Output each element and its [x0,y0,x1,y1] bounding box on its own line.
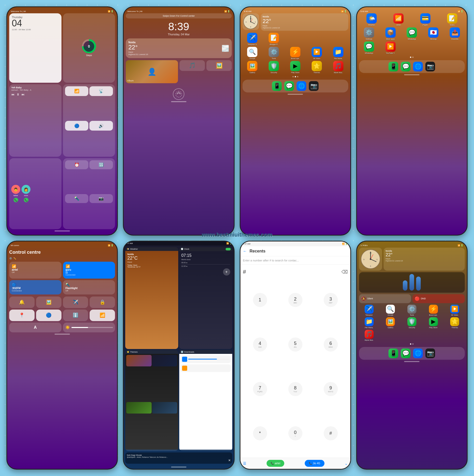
p1-flashlight-btn[interactable]: 🔦 [65,194,89,203]
p1-contact-father-avatar[interactable]: 👨 [11,185,20,194]
p3-app-blogger[interactable]: 📝 Blogger P. [264,33,284,45]
next-icon[interactable]: ⏭ [22,93,25,96]
p6-downloads-card[interactable]: ⬇️ Downloads [179,350,232,451]
p7-key-2[interactable]: 2 ABC [288,293,302,307]
p1-wifi-toggle[interactable]: 📶 [65,86,89,96]
p8-app-telegram[interactable]: ✈️ Telegram [359,305,379,316]
p8-app-playstore[interactable]: ▶ Play Store [423,317,444,329]
p6-close-icon[interactable]: ✕ [228,459,231,462]
p7-key-9[interactable]: 9 WXYZ [324,382,338,396]
p5-info-btn[interactable]: ℹ️ [63,310,88,321]
p3-app-gallery[interactable]: 🖼️ Gallery [243,61,262,73]
p1-volume-toggle[interactable]: 🔊 [89,121,113,131]
p3-app-mivideo[interactable]: ▶️ Mi Video [307,47,327,59]
pause-icon[interactable]: ⏸ [16,93,19,96]
p5-settings-icon[interactable]: ⚙️ [9,257,12,260]
p5-brightness-slider[interactable]: ☀️ [63,323,115,332]
p7-key-star[interactable]: * [253,426,267,440]
p8-app-filemanager[interactable]: 📁 File Mana. [359,317,379,329]
p1-calculator-btn[interactable]: 🔢 [89,160,113,169]
p4-app-whatsapp[interactable]: 💬 WhatsApp [402,27,422,40]
p1-music-controls[interactable]: ⏮ ⏸ ⏭ [11,93,59,96]
p3-dock-messages[interactable]: 💬 [284,81,294,91]
p2-album-card[interactable]: 👤 Album [126,60,178,83]
p3-app-wynk[interactable]: 🎵 Wynk Mus. [328,61,348,73]
p1-contact-mom-avatar[interactable]: 👩 [22,185,30,194]
p6-clock-card[interactable]: 🕐 Clock 07:15 World clock 09:00 ● 11:00 … [179,247,232,349]
p8-app-tools[interactable]: ⚙️ Tools [402,305,422,316]
p2-swipe-banner[interactable]: Swipe Down For Control center [126,13,231,18]
p2-fingerprint-icon[interactable] [173,88,184,100]
p8-silent-btn[interactable]: 🔕 Silent [359,294,411,303]
p3-app-filemanager[interactable]: 📁 File Mana. [328,47,348,59]
p8-dock-phone[interactable]: 📱 [388,348,398,358]
p5-hotspot-btn[interactable]: 📶 [90,310,115,321]
p7-key-5[interactable]: 5 JKL [288,337,302,352]
p6-themes-card[interactable]: ⭐ Themes [125,350,178,451]
p3-dock-phone[interactable]: 📱 [272,81,282,91]
p1-alarm-btn[interactable]: ⏰ [65,160,89,169]
p4-dock-messages[interactable]: 💬 [401,62,410,71]
p6-clock-toggle[interactable] [226,248,231,250]
p5-airtel-btn[interactable]: 📶 airtel Off [9,262,61,279]
p3-app-boost[interactable]: ⚡ Boost spe. [285,47,305,59]
p5-wifi-btn[interactable]: 📶 guru |||| Connected [63,262,115,279]
p5-edit-icon[interactable]: ✏️ [13,257,16,260]
p7-menu-btn[interactable]: ☰ [243,461,246,466]
p3-app-tools[interactable]: ⚙️ Tools [264,47,284,59]
p1-call-father-btn[interactable]: 📞 [14,198,18,202]
p4-app-airtel[interactable]: 📶 Airtel [386,13,411,26]
p8-app-themes[interactable]: ⭐ Themes [445,317,465,329]
p5-location-btn[interactable]: 📍 [9,310,35,321]
p5-flashlight-btn[interactable]: 🔦 Flashlight Off [63,280,115,294]
p1-bluetooth-toggle[interactable]: 🔵 [65,121,89,131]
p8-dnd-btn[interactable]: 🔴 DND [413,294,465,303]
p8-dock-chrome[interactable]: 🌐 [413,348,423,358]
p4-app-notes[interactable]: 📝 Notes [439,13,465,26]
p4-app-whatsapp2[interactable]: 💬 WhatsApp [359,41,379,54]
p4-app-settings[interactable]: ⚙️ Settings [359,27,379,40]
p2-fingerprint-area[interactable] [126,88,231,100]
p7-key-3[interactable]: 3 DEF [324,293,338,307]
p3-app-google[interactable]: 🔍 Google [243,47,262,59]
p8-dock-camera[interactable]: 📷 [425,348,435,358]
p2-music-app[interactable]: 🎵 [180,60,205,71]
prev-icon[interactable]: ⏮ [11,93,14,96]
p3-app-telegram[interactable]: ✈️ Telegram S. [243,33,262,45]
p7-key-7[interactable]: 7 PQRS [253,382,267,396]
p1-call-mom-btn[interactable]: 📞 [24,198,28,202]
p3-dock-camera[interactable]: 📷 [309,81,319,91]
p5-data-btn[interactable]: 🔵 [36,310,61,321]
p7-call-airtel-btn[interactable]: 📞 airtel [267,460,285,467]
p7-back-btn[interactable]: ← [243,249,247,253]
p7-key-6[interactable]: 6 MNO [324,337,338,352]
p7-key-1[interactable]: 1 [253,293,267,307]
p5-airplane-btn[interactable]: ✈️ [63,297,88,308]
p4-app-moreapps[interactable]: 📦 More apps [381,27,401,40]
p2-photos-app[interactable]: 🖼️ [206,60,232,71]
p8-app-wynk[interactable]: 🎵 Wynk Mus. [359,330,379,341]
p5-bluetooth-btn[interactable]: 🔵 :932FM Connected [9,280,61,294]
p1-data-toggle[interactable]: 📡 [89,86,113,96]
p5-bell-btn[interactable]: 🔔 [9,297,35,308]
p3-app-themes[interactable]: ⭐ Themes [307,61,327,73]
p3-app-playstore[interactable]: ▶ Play Store [285,61,305,73]
p7-key-8[interactable]: 8 TUV [288,382,302,396]
p7-call-jio-btn[interactable]: 📞 Jio 4G [305,460,324,467]
p8-app-gallery[interactable]: 🖼️ Gallery [380,317,401,329]
p4-app-youtube[interactable]: ▶️ YouTube Y. [381,41,401,54]
p7-key-0[interactable]: 0 + [288,426,302,440]
p8-app-mivideo[interactable]: ▶️ Mi Video [445,305,465,316]
p4-app-shareme[interactable]: 📤 ShareMe [445,27,465,40]
p6-weather-card[interactable]: 🌤️ Weather Noida 22°C Haze Today: Haze T… [125,247,178,349]
p4-app-nihongo[interactable]: 🇯🇵 Nihongo [423,27,443,40]
p8-app-security[interactable]: 🛡️ Security [402,317,422,329]
p5-photo-btn[interactable]: 🖼️ [36,297,61,308]
p6-theme-4[interactable] [152,402,177,414]
p8-dock-messages[interactable]: 💬 [401,348,410,358]
p6-download-item-1[interactable] [181,355,231,363]
p4-app-weather[interactable]: 🌤️ Weather [359,13,384,26]
p7-more-btn[interactable]: ⌄ [345,461,348,466]
p7-key-hash[interactable]: # [324,426,338,440]
p4-dock-phone[interactable]: 📱 [388,62,398,71]
